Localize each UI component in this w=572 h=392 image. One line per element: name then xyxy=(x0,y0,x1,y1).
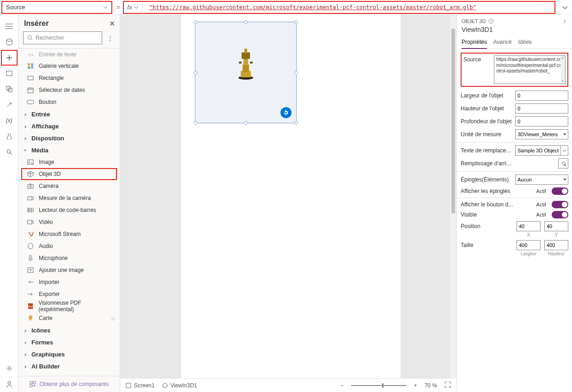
chevron-right-icon: › xyxy=(23,135,28,142)
pins-select[interactable]: Aucun xyxy=(515,175,568,185)
search-rail-button[interactable] xyxy=(1,144,18,160)
object-width-input[interactable] xyxy=(515,90,568,101)
svg-point-17 xyxy=(30,186,31,187)
svg-rect-24 xyxy=(30,381,32,384)
control-type-label: OBJET 3D xyxy=(462,18,486,24)
list-item[interactable]: Mesure de la caméra xyxy=(18,192,120,204)
svg-point-7 xyxy=(28,36,31,39)
stepper[interactable]: ▴▾ xyxy=(561,145,568,156)
screen-crumb[interactable]: Screen1 xyxy=(126,382,155,389)
control-name[interactable]: ViewIn3D1 xyxy=(457,26,572,36)
search-input[interactable]: Rechercher xyxy=(23,31,102,44)
size-w-input[interactable] xyxy=(517,240,541,250)
tab-advanced[interactable]: Avancé xyxy=(493,36,512,48)
insert-group[interactable]: ›AI Builder xyxy=(18,360,120,372)
vertical-scrollbar[interactable] xyxy=(450,15,456,383)
tree-view-button[interactable] xyxy=(1,18,18,34)
media-button[interactable] xyxy=(1,66,18,81)
pdf-icon: PDF xyxy=(27,302,34,310)
svg-rect-33 xyxy=(239,61,242,63)
visible-toggle[interactable] xyxy=(552,211,568,218)
list-item[interactable]: Vidéo xyxy=(18,216,120,228)
more-options-button[interactable]: ⋮ xyxy=(105,31,115,44)
expand-formula-button[interactable] xyxy=(558,4,572,11)
list-item[interactable]: Ajouter une image xyxy=(18,264,120,276)
tools-button[interactable] xyxy=(1,97,18,113)
data-button[interactable] xyxy=(1,34,18,50)
list-item[interactable]: ▭Entrée de texte xyxy=(18,48,120,60)
insert-group-media[interactable]: ›Média xyxy=(18,144,120,156)
list-item[interactable]: PDFVisionneuse PDF (expérimental) xyxy=(18,300,120,312)
reset-icon xyxy=(283,110,289,115)
selected-control[interactable] xyxy=(195,22,297,123)
insert-group[interactable]: ›Disposition xyxy=(18,132,120,144)
settings-button[interactable] xyxy=(1,361,18,376)
ask-button[interactable] xyxy=(1,376,18,392)
property-selector[interactable]: Source xyxy=(1,1,112,14)
insert-group[interactable]: ›Graphiques xyxy=(18,348,120,360)
list-item[interactable]: Lecteur de code-barres xyxy=(18,204,120,216)
list-item[interactable]: Exporter xyxy=(18,288,120,300)
zoom-in-button[interactable]: + xyxy=(414,382,417,389)
list-item[interactable]: Sélecteur de dates xyxy=(18,84,120,96)
show-button-toggle[interactable] xyxy=(552,201,568,208)
formula-value[interactable]: "https://raw.githubusercontent.com/micro… xyxy=(143,4,483,11)
info-icon[interactable]: ? xyxy=(488,18,494,24)
control-crumb[interactable]: ViewIn3D1 xyxy=(162,382,197,389)
tab-ideas[interactable]: Idées xyxy=(518,36,532,48)
tests-button[interactable] xyxy=(1,128,18,144)
close-icon[interactable]: ✕ xyxy=(110,20,115,27)
insert-panel-title: Insérer xyxy=(24,19,49,28)
list-item[interactable]: Caméra xyxy=(18,180,120,192)
screens-button[interactable] xyxy=(1,81,18,97)
prop-label: Afficher les épingles xyxy=(461,188,534,194)
insert-group[interactable]: ›Icônes xyxy=(18,324,120,336)
pos-x-input[interactable] xyxy=(517,221,541,231)
prop-source-value[interactable]: https://raw.githubusercontent.com/micros… xyxy=(494,55,566,84)
chevron-right-icon: › xyxy=(23,351,28,358)
list-item[interactable]: Image xyxy=(18,156,120,168)
show-pins-toggle[interactable] xyxy=(552,187,568,195)
list-item[interactable]: Audio xyxy=(18,240,120,252)
prop-label: Afficher le bouton d... xyxy=(461,201,534,208)
size-h-input[interactable] xyxy=(544,240,568,250)
textarea-scrollbar[interactable]: ▴▾ xyxy=(560,56,565,84)
zoom-slider[interactable] xyxy=(351,385,407,386)
reset-view-button[interactable] xyxy=(280,107,292,118)
variables-button[interactable]: (x) xyxy=(1,113,18,128)
object-depth-input[interactable] xyxy=(515,116,568,127)
background-color-picker[interactable] xyxy=(558,158,568,169)
zoom-level: 70 % xyxy=(425,382,437,389)
insert-group[interactable]: ›Affichage xyxy=(18,120,120,132)
zoom-out-button[interactable]: − xyxy=(341,382,344,389)
chevron-right-icon[interactable] xyxy=(562,18,567,24)
tab-properties[interactable]: Propriétés xyxy=(462,36,487,49)
pos-y-input[interactable] xyxy=(544,221,568,231)
svg-rect-10 xyxy=(31,63,33,69)
object-height-input[interactable] xyxy=(515,103,568,114)
fit-to-screen-button[interactable] xyxy=(444,381,451,389)
insert-group[interactable]: ›Entrée xyxy=(18,108,120,120)
insert-group[interactable]: ›Formes xyxy=(18,336,120,348)
left-rail: (x) xyxy=(0,15,18,392)
list-item[interactable]: Carte◇ xyxy=(18,312,120,324)
prop-source: Source https://raw.githubusercontent.com… xyxy=(461,53,568,87)
insert-group[interactable]: ›Mixed Reality xyxy=(18,372,120,376)
list-item-3d-object[interactable]: Objet 3D xyxy=(21,168,117,180)
alt-text-input[interactable] xyxy=(515,145,561,156)
insert-button[interactable] xyxy=(1,50,18,66)
map-icon xyxy=(27,314,34,322)
canvas[interactable]: Screen1 ViewIn3D1 − + 70 % xyxy=(120,15,456,392)
get-more-components-button[interactable]: Obtenir plus de composants xyxy=(18,376,120,392)
list-item[interactable]: Microsoft Stream xyxy=(18,228,120,240)
formula-bar[interactable]: fx "https://raw.githubusercontent.com/mi… xyxy=(123,1,555,14)
list-item[interactable]: Rectangle xyxy=(18,72,120,84)
prop-label: Hauteur de l'objet xyxy=(461,105,512,112)
list-item[interactable]: Galerie verticale xyxy=(18,60,120,72)
list-item[interactable]: Bouton xyxy=(18,96,120,108)
list-item[interactable]: Microphone xyxy=(18,252,120,264)
list-item[interactable]: Importer xyxy=(18,276,120,288)
insert-list: ▭Entrée de texte Galerie verticale Recta… xyxy=(18,48,120,376)
equals-sign: = xyxy=(114,4,123,11)
unit-select[interactable]: 3DViewer_Meters xyxy=(515,129,568,139)
